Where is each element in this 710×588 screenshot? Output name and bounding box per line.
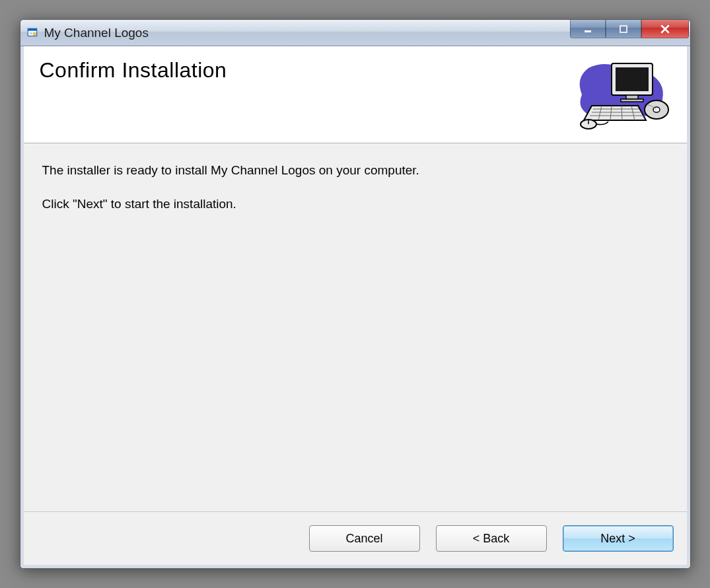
minimize-icon — [583, 24, 592, 34]
wizard-buttons: Cancel < Back Next > — [24, 511, 687, 565]
close-icon — [660, 24, 670, 34]
close-button[interactable] — [641, 20, 689, 38]
minimize-button[interactable] — [570, 20, 606, 38]
next-button[interactable]: Next > — [563, 525, 674, 552]
maximize-button[interactable] — [606, 20, 641, 38]
titlebar[interactable]: My Channel Logos — [20, 20, 690, 46]
svg-rect-7 — [616, 67, 649, 91]
wizard-body: The installer is ready to install My Cha… — [24, 143, 687, 511]
window-title: My Channel Logos — [44, 26, 570, 40]
computer-setup-icon — [572, 58, 671, 131]
maximize-icon — [619, 24, 628, 34]
body-text-1: The installer is ready to install My Cha… — [42, 162, 668, 180]
svg-rect-8 — [626, 95, 638, 99]
body-text-2: Click "Next" to start the installation. — [42, 196, 668, 213]
page-title: Confirm Installation — [40, 58, 561, 83]
installer-window: My Channel Logos Confirm Installation — [20, 19, 691, 569]
svg-rect-9 — [621, 99, 643, 102]
svg-point-3 — [33, 32, 36, 35]
window-controls — [570, 20, 690, 46]
svg-rect-1 — [28, 28, 37, 30]
wizard-header: Confirm Installation — [24, 46, 687, 143]
svg-rect-4 — [585, 30, 591, 32]
svg-rect-5 — [620, 26, 627, 32]
svg-rect-2 — [29, 32, 32, 34]
app-icon — [26, 26, 39, 40]
back-button[interactable]: < Back — [436, 525, 547, 552]
cancel-button[interactable]: Cancel — [309, 525, 420, 552]
client-area: Confirm Installation — [20, 46, 690, 568]
